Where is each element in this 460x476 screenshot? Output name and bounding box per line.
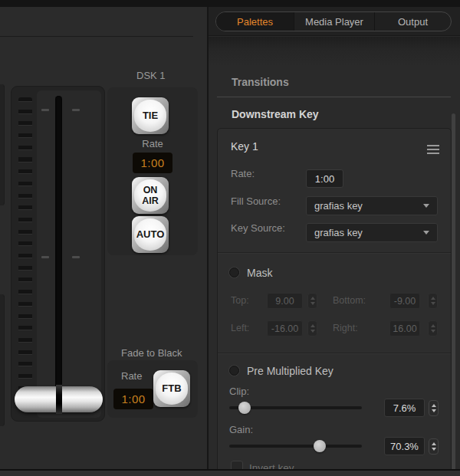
tab-media-player[interactable]: Media Player xyxy=(294,12,375,31)
mask-bottom-label: Bottom: xyxy=(333,295,366,306)
on-air-button-label-line1: ON xyxy=(143,185,158,195)
mask-left-stepper xyxy=(307,320,317,336)
key1-card: Key 1 Rate: 1:00 Fill Source: grafias ke… xyxy=(217,128,452,476)
fader-tick-mark xyxy=(41,256,49,258)
fade-to-black-title: Fade to Black xyxy=(121,347,182,359)
top-window-strip xyxy=(0,0,460,7)
fader-handle[interactable] xyxy=(15,386,103,412)
fader-tick-mark xyxy=(72,256,80,258)
dsk1-title: DSK 1 xyxy=(136,70,166,81)
spinner-down-icon xyxy=(431,330,435,333)
mask-top-stepper xyxy=(307,293,317,309)
mask-left-input: -16.00 xyxy=(267,320,303,336)
ftb-button-label: FTB xyxy=(162,383,181,394)
card-divider xyxy=(218,353,451,353)
auto-button-label: AUTO xyxy=(136,229,165,240)
card-divider xyxy=(218,252,451,253)
spinner-down-icon xyxy=(431,302,435,305)
cropped-left-panel-edge xyxy=(0,84,5,205)
spinner-up-icon xyxy=(431,324,435,327)
fader-ridge-strip xyxy=(18,97,32,399)
tab-bar: Palettes Media Player Output xyxy=(215,11,452,31)
fader-track-panel xyxy=(37,90,101,418)
gain-stepper[interactable] xyxy=(429,438,439,455)
downstream-key-section-header[interactable]: Downstream Key xyxy=(232,108,319,120)
tab-output[interactable]: Output xyxy=(375,12,451,31)
spinner-down-icon xyxy=(310,330,315,333)
clip-slider-handle[interactable] xyxy=(238,402,251,414)
mask-top-input: 9.00 xyxy=(267,293,303,309)
mask-right-stepper xyxy=(428,320,438,336)
menu-icon[interactable] xyxy=(427,145,439,154)
gain-value-input[interactable]: 70.3% xyxy=(384,437,425,455)
cropped-left-panel-edge xyxy=(0,294,5,426)
rate-label: Rate: xyxy=(231,168,255,179)
ftb-rate-label: Rate xyxy=(121,370,142,382)
tab-palettes[interactable]: Palettes xyxy=(216,12,294,31)
fader-handle-groove xyxy=(56,385,62,414)
dsk1-panel: TIE Rate 1:00 ON AIR AUTO xyxy=(107,87,198,255)
mask-bottom-stepper xyxy=(428,293,438,309)
spinner-down-icon xyxy=(310,302,315,305)
mask-bottom-input: -9.00 xyxy=(389,293,420,309)
key-source-label: Key Source: xyxy=(231,222,285,234)
fader-tick-mark xyxy=(72,109,80,111)
scrollbar-thumb[interactable] xyxy=(452,113,455,476)
tab-strip: Palettes Media Player Output xyxy=(209,7,460,36)
auto-button[interactable]: AUTO xyxy=(132,216,169,253)
ftb-button[interactable]: FTB xyxy=(153,370,190,407)
clip-slider-track[interactable] xyxy=(229,406,362,409)
key-source-dropdown[interactable]: grafias key xyxy=(306,223,438,242)
spinner-down-icon xyxy=(432,409,436,412)
spinner-up-icon xyxy=(310,297,315,300)
right-panel: Palettes Media Player Output Transitions… xyxy=(209,7,460,469)
on-air-button-label-line2: AIR xyxy=(142,195,159,206)
tie-button[interactable]: TIE xyxy=(132,97,169,134)
spinner-up-icon xyxy=(432,404,436,407)
palettes-scroll-area: Transitions Downstream Key Key 1 Rate: 1… xyxy=(209,37,460,469)
clip-label: Clip: xyxy=(229,386,249,397)
dsk1-rate-display: 1:00 xyxy=(133,153,172,173)
ftb-rate-display: 1:00 xyxy=(113,389,153,409)
rate-input[interactable]: 1:00 xyxy=(306,169,343,188)
spinner-down-icon xyxy=(432,448,436,451)
atem-software-control-window: DSK 1 TIE Rate 1:00 ON AIR AUTO Fade to … xyxy=(0,0,460,476)
tie-button-label: TIE xyxy=(143,110,158,121)
bottom-panel-edge xyxy=(0,471,460,476)
transitions-section-header[interactable]: Transitions xyxy=(232,76,289,88)
fade-to-black-panel: Rate 1:00 FTB xyxy=(107,360,198,418)
section-divider xyxy=(217,97,451,97)
gain-slider-track[interactable] xyxy=(229,445,362,448)
chevron-down-icon xyxy=(423,204,429,208)
gain-label: Gain: xyxy=(229,424,253,435)
premultiplied-enable-radio[interactable] xyxy=(229,366,239,376)
spinner-up-icon xyxy=(431,297,435,300)
mask-top-label: Top: xyxy=(231,295,249,306)
fader-tick-mark xyxy=(41,109,49,111)
mask-group-title: Mask xyxy=(247,267,272,279)
fill-source-value: grafias key xyxy=(314,200,423,212)
left-panel-divider-line xyxy=(0,36,193,37)
mask-right-label: Right: xyxy=(333,323,358,333)
fader-slot xyxy=(55,96,62,413)
spinner-up-icon xyxy=(432,442,436,445)
clip-value-input[interactable]: 7.6% xyxy=(384,399,425,417)
mask-right-input: 16.00 xyxy=(389,320,420,336)
chevron-down-icon xyxy=(423,231,429,235)
mask-enable-radio[interactable] xyxy=(229,268,239,277)
transition-fader-assembly xyxy=(11,86,105,422)
gain-slider-handle[interactable] xyxy=(314,440,326,452)
on-air-button[interactable]: ON AIR xyxy=(132,177,169,214)
fill-source-label: Fill Source: xyxy=(231,195,281,207)
mask-left-label: Left: xyxy=(231,323,249,333)
key1-title: Key 1 xyxy=(231,140,258,153)
fill-source-dropdown[interactable]: grafias key xyxy=(306,196,438,215)
dsk1-rate-label: Rate xyxy=(107,138,198,149)
key-source-value: grafias key xyxy=(314,227,423,238)
spinner-up-icon xyxy=(310,324,315,327)
clip-stepper[interactable] xyxy=(429,400,439,416)
premultiplied-group-title: Pre Multiplied Key xyxy=(247,365,334,377)
